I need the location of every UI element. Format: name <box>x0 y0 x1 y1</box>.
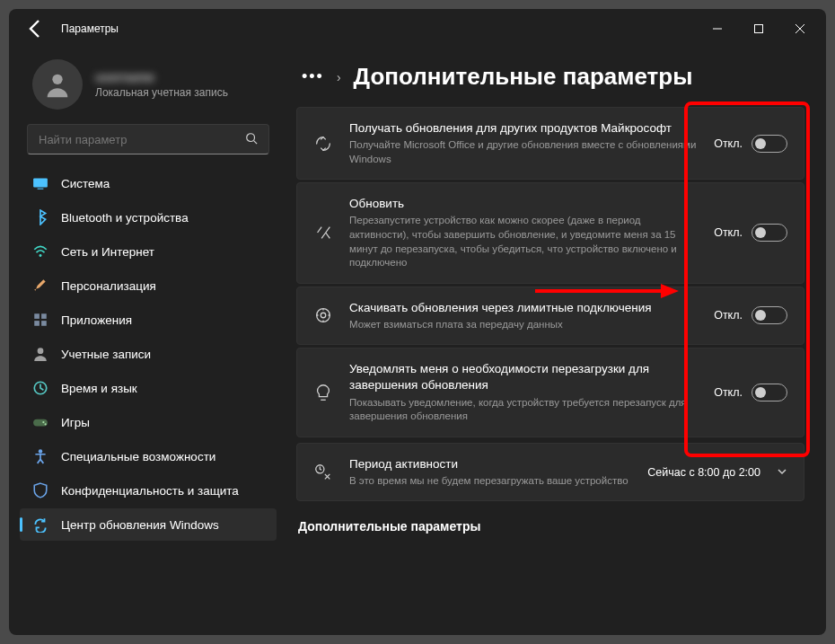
titlebar: Параметры <box>9 9 826 49</box>
card-desc: Показывать уведомление, когда устройству… <box>349 396 698 424</box>
account-icon <box>32 346 48 362</box>
sidebar-item-label: Время и язык <box>61 382 137 395</box>
sidebar-item-label: Персонализация <box>61 279 156 293</box>
chevron-right-icon: › <box>337 70 341 84</box>
toggle-group: Откл. <box>714 384 787 401</box>
time-icon <box>32 380 48 396</box>
card-text: ОбновитьПерезапустите устройство как мож… <box>349 196 698 269</box>
toggle-switch[interactable] <box>752 135 787 153</box>
toggle-switch[interactable] <box>752 306 787 324</box>
sidebar: username Локальная учетная запись Систем… <box>9 49 287 635</box>
svg-point-20 <box>317 309 330 322</box>
sidebar-item-bluetooth[interactable]: Bluetooth и устройства <box>20 201 277 234</box>
bluetooth-icon <box>32 209 48 225</box>
card-desc: В это время мы не будем перезагружать ва… <box>349 474 631 489</box>
sidebar-item-label: Учетные записи <box>61 348 151 361</box>
nav-list: СистемаBluetooth и устройстваСеть и Инте… <box>16 167 280 541</box>
card-title: Получать обновления для других продуктов… <box>349 120 698 137</box>
search-input[interactable] <box>27 124 269 154</box>
svg-point-4 <box>52 75 62 84</box>
card-icon <box>313 134 333 154</box>
activity-value-group: Сейчас с 8:00 до 2:00 <box>647 465 787 480</box>
svg-point-17 <box>42 421 44 423</box>
toggle-state-label: Откл. <box>714 386 743 399</box>
sidebar-item-brush[interactable]: Персонализация <box>20 269 277 302</box>
profile-type: Локальная учетная запись <box>95 86 228 99</box>
search-icon <box>245 132 258 147</box>
profile-name: username <box>95 70 228 84</box>
sidebar-item-apps[interactable]: Приложения <box>20 304 277 336</box>
privacy-icon <box>32 482 48 498</box>
sidebar-item-label: Центр обновления Windows <box>61 518 219 532</box>
toggle-group: Откл. <box>714 224 787 242</box>
toggle-state-label: Откл. <box>714 309 743 322</box>
svg-rect-1 <box>755 25 763 33</box>
svg-point-21 <box>321 313 326 319</box>
card-text: Период активностиВ это время мы не будем… <box>349 456 631 489</box>
svg-point-5 <box>247 133 255 141</box>
sidebar-item-a11y[interactable]: Специальные возможности <box>20 440 277 472</box>
sidebar-item-label: Конфиденциальность и защита <box>61 484 239 498</box>
breadcrumb: ••• › Дополнительные параметры <box>296 63 804 91</box>
toggle-switch[interactable] <box>752 224 787 242</box>
card-title: Период активности <box>349 456 631 472</box>
sidebar-item-label: Сеть и Интернет <box>61 245 154 259</box>
toggle-group: Откл. <box>714 135 787 153</box>
toggle-state-label: Откл. <box>714 226 743 239</box>
setting-card-2: Скачивать обновления через лимитные подк… <box>296 287 804 346</box>
close-button[interactable] <box>779 14 821 43</box>
card-icon <box>313 223 333 243</box>
card-text: Уведомлять меня о необходимости перезагр… <box>349 361 698 423</box>
svg-rect-7 <box>33 178 48 187</box>
toggle-state-label: Откл. <box>714 137 743 150</box>
card-icon <box>313 305 333 325</box>
svg-point-14 <box>38 348 44 354</box>
svg-point-9 <box>40 254 42 257</box>
profile-block[interactable]: username Локальная учетная запись <box>16 54 280 119</box>
sidebar-item-label: Специальные возможности <box>61 450 215 463</box>
chevron-down-icon <box>777 465 787 480</box>
sidebar-item-games[interactable]: Игры <box>20 406 277 438</box>
sidebar-item-wifi[interactable]: Сеть и Интернет <box>20 235 277 268</box>
card-title: Уведомлять меня о необходимости перезагр… <box>349 361 698 393</box>
card-icon <box>313 383 333 402</box>
activity-value: Сейчас с 8:00 до 2:00 <box>647 466 760 479</box>
brush-icon <box>32 278 48 294</box>
activity-period-card[interactable]: Период активностиВ это время мы не будем… <box>296 443 804 502</box>
system-icon <box>32 175 48 191</box>
card-text: Скачивать обновления через лимитные подк… <box>349 300 698 332</box>
page-title: Дополнительные параметры <box>354 63 693 91</box>
svg-rect-13 <box>41 321 47 326</box>
card-desc: Перезапустите устройство как можно скоре… <box>349 214 698 269</box>
window-title: Параметры <box>61 22 119 35</box>
wifi-icon <box>32 243 48 260</box>
card-desc: Может взиматься плата за передачу данных <box>349 318 698 332</box>
back-button[interactable] <box>25 18 47 40</box>
sidebar-item-time[interactable]: Время и язык <box>20 372 277 404</box>
section-header: Дополнительные параметры <box>298 519 804 534</box>
search-field[interactable] <box>39 133 245 146</box>
sidebar-item-label: Приложения <box>61 313 132 327</box>
sidebar-item-system[interactable]: Система <box>20 167 277 199</box>
card-desc: Получайте Microsoft Office и другие обно… <box>349 138 698 166</box>
sidebar-item-label: Система <box>61 177 110 190</box>
svg-rect-8 <box>38 189 44 190</box>
update-icon <box>32 516 48 533</box>
sidebar-item-update[interactable]: Центр обновления Windows <box>20 508 277 541</box>
a11y-icon <box>32 448 48 464</box>
breadcrumb-more[interactable]: ••• <box>302 67 324 86</box>
svg-line-6 <box>254 140 258 144</box>
sidebar-item-label: Bluetooth и устройства <box>61 211 189 225</box>
svg-rect-11 <box>41 313 47 319</box>
sidebar-item-privacy[interactable]: Конфиденциальность и защита <box>20 474 277 507</box>
setting-card-1: ОбновитьПерезапустите устройство как мож… <box>296 182 804 283</box>
svg-point-18 <box>45 423 47 425</box>
toggle-group: Откл. <box>714 306 787 324</box>
sidebar-item-account[interactable]: Учетные записи <box>20 338 277 370</box>
minimize-button[interactable] <box>697 14 738 43</box>
main-panel: ••• › Дополнительные параметры Получать … <box>287 49 826 635</box>
settings-window: Параметры username Локальная учетная зап… <box>9 9 826 635</box>
maximize-button[interactable] <box>738 14 779 43</box>
avatar <box>32 59 83 110</box>
toggle-switch[interactable] <box>752 384 787 401</box>
